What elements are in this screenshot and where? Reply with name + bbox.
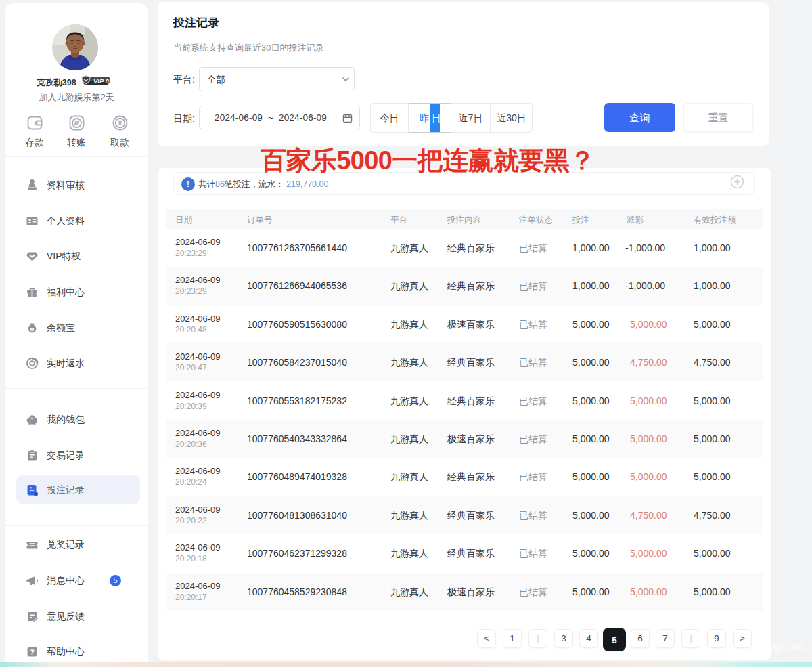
svg-text:?: ?	[30, 648, 35, 656]
svg-text:VIP 0: VIP 0	[93, 77, 110, 85]
